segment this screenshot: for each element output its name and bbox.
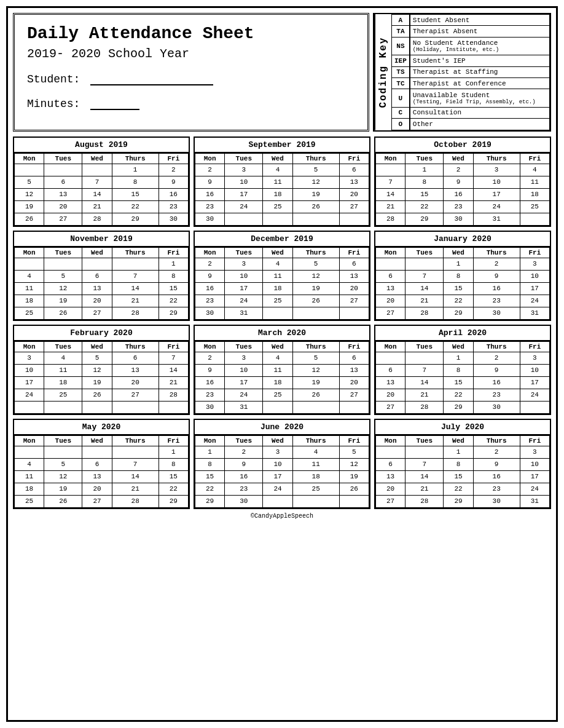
calendar-day-cell[interactable]: 8 [159,270,188,282]
calendar-day-cell[interactable]: 25 [263,295,292,307]
calendar-day-cell[interactable]: 25 [520,200,549,213]
calendar-day-cell[interactable] [15,446,44,458]
calendar-day-cell[interactable]: 6 [339,258,369,270]
calendar-day-cell[interactable]: 4 [263,352,292,364]
calendar-day-cell[interactable]: 22 [112,200,159,213]
calendar-day-cell[interactable]: 23 [444,200,473,213]
calendar-day-cell[interactable]: 15 [444,376,473,389]
calendar-day-cell[interactable] [292,401,339,413]
calendar-day-cell[interactable]: 14 [112,470,159,483]
calendar-day-cell[interactable]: 20 [376,389,405,401]
calendar-day-cell[interactable]: 6 [376,270,405,282]
calendar-day-cell[interactable]: 11 [263,364,292,376]
calendar-day-cell[interactable]: 28 [159,389,188,401]
calendar-day-cell[interactable]: 5 [339,446,369,458]
calendar-day-cell[interactable]: 31 [225,307,263,319]
calendar-day-cell[interactable]: 23 [473,389,520,401]
calendar-day-cell[interactable] [159,401,188,413]
calendar-day-cell[interactable]: 3 [263,446,292,458]
calendar-day-cell[interactable]: 14 [405,470,444,483]
calendar-day-cell[interactable]: 7 [405,458,444,470]
calendar-day-cell[interactable]: 5 [292,164,339,176]
calendar-day-cell[interactable]: 30 [473,401,520,413]
calendar-day-cell[interactable]: 28 [376,213,405,225]
calendar-day-cell[interactable]: 29 [444,307,473,319]
calendar-day-cell[interactable]: 5 [82,352,112,364]
calendar-day-cell[interactable]: 29 [444,401,473,413]
calendar-day-cell[interactable]: 21 [82,200,112,213]
calendar-day-cell[interactable]: 14 [376,188,405,200]
calendar-day-cell[interactable]: 3 [225,258,263,270]
calendar-day-cell[interactable]: 30 [473,307,520,319]
calendar-day-cell[interactable]: 9 [473,270,520,282]
calendar-day-cell[interactable]: 17 [520,470,549,483]
calendar-day-cell[interactable]: 26 [292,295,339,307]
calendar-day-cell[interactable]: 26 [82,389,112,401]
calendar-day-cell[interactable]: 17 [520,282,549,295]
calendar-day-cell[interactable]: 30 [473,495,520,507]
calendar-day-cell[interactable]: 11 [44,364,82,376]
calendar-day-cell[interactable]: 12 [339,458,369,470]
calendar-day-cell[interactable]: 2 [225,446,263,458]
calendar-day-cell[interactable]: 4 [520,164,549,176]
calendar-day-cell[interactable]: 26 [339,483,369,495]
calendar-day-cell[interactable]: 13 [44,188,82,200]
calendar-day-cell[interactable]: 17 [263,470,292,483]
calendar-day-cell[interactable]: 2 [195,164,225,176]
calendar-day-cell[interactable]: 3 [225,352,263,364]
calendar-day-cell[interactable]: 4 [15,270,44,282]
calendar-day-cell[interactable]: 15 [444,470,473,483]
calendar-day-cell[interactable]: 28 [112,495,159,507]
calendar-day-cell[interactable]: 8 [444,458,473,470]
calendar-day-cell[interactable]: 10 [225,176,263,188]
calendar-day-cell[interactable]: 15 [112,188,159,200]
calendar-day-cell[interactable]: 3 [520,446,549,458]
calendar-day-cell[interactable]: 2 [195,352,225,364]
calendar-day-cell[interactable]: 1 [195,446,225,458]
calendar-day-cell[interactable]: 8 [405,176,444,188]
calendar-day-cell[interactable]: 15 [195,470,225,483]
calendar-day-cell[interactable]: 1 [444,352,473,364]
calendar-day-cell[interactable]: 22 [195,483,225,495]
calendar-day-cell[interactable]: 16 [225,470,263,483]
calendar-day-cell[interactable]: 7 [112,458,159,470]
calendar-day-cell[interactable]: 14 [405,376,444,389]
calendar-day-cell[interactable]: 13 [376,470,405,483]
student-input-line[interactable] [90,72,213,85]
calendar-day-cell[interactable]: 13 [112,364,159,376]
calendar-day-cell[interactable]: 26 [44,495,82,507]
calendar-day-cell[interactable]: 23 [195,389,225,401]
calendar-day-cell[interactable]: 22 [159,483,188,495]
calendar-day-cell[interactable]: 1 [444,446,473,458]
calendar-day-cell[interactable] [376,164,405,176]
calendar-day-cell[interactable]: 20 [112,376,159,389]
calendar-day-cell[interactable] [339,401,369,413]
calendar-day-cell[interactable]: 8 [159,458,188,470]
calendar-day-cell[interactable]: 12 [44,470,82,483]
calendar-day-cell[interactable]: 6 [82,458,112,470]
calendar-day-cell[interactable]: 25 [263,389,292,401]
calendar-day-cell[interactable]: 8 [112,176,159,188]
calendar-day-cell[interactable]: 19 [292,188,339,200]
calendar-day-cell[interactable]: 10 [225,270,263,282]
calendar-day-cell[interactable] [263,495,292,507]
calendar-day-cell[interactable]: 29 [159,307,188,319]
calendar-day-cell[interactable]: 22 [444,389,473,401]
calendar-day-cell[interactable]: 11 [15,470,44,483]
calendar-day-cell[interactable]: 24 [15,389,44,401]
calendar-day-cell[interactable]: 5 [44,270,82,282]
calendar-day-cell[interactable]: 25 [292,483,339,495]
calendar-day-cell[interactable]: 20 [339,376,369,389]
calendar-day-cell[interactable]: 4 [263,164,292,176]
calendar-day-cell[interactable] [112,401,159,413]
calendar-day-cell[interactable]: 3 [520,258,549,270]
calendar-day-cell[interactable]: 31 [520,307,549,319]
calendar-day-cell[interactable]: 16 [195,376,225,389]
calendar-day-cell[interactable]: 3 [473,164,520,176]
calendar-day-cell[interactable]: 21 [405,389,444,401]
calendar-day-cell[interactable]: 27 [376,307,405,319]
calendar-day-cell[interactable]: 15 [159,470,188,483]
calendar-day-cell[interactable]: 19 [339,470,369,483]
calendar-day-cell[interactable] [44,446,82,458]
calendar-day-cell[interactable]: 19 [15,200,44,213]
